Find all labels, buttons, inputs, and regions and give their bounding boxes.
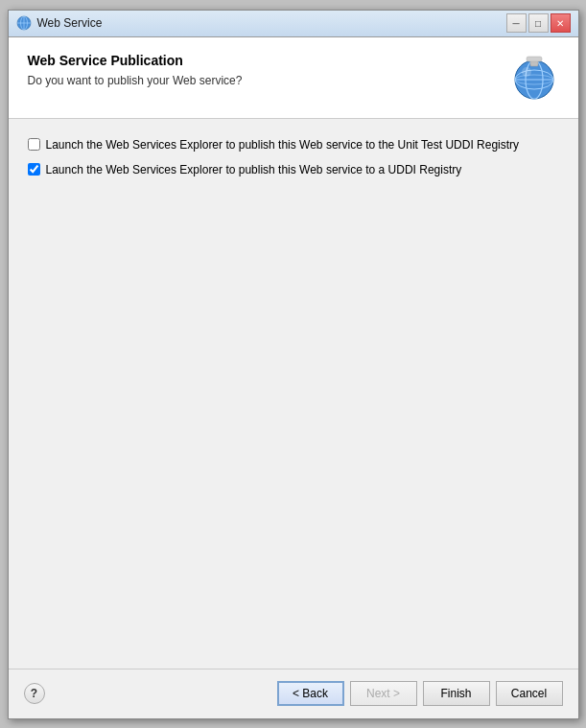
checkbox-row-uddi: Launch the Web Services Explorer to publ…	[28, 163, 559, 176]
main-window: Web Service ─ □ ✕ Web Service Publicatio…	[8, 10, 579, 719]
header-text: Web Service Publication Do you want to p…	[28, 53, 500, 87]
main-section: Launch the Web Services Explorer to publ…	[9, 119, 578, 669]
minimize-button[interactable]: ─	[506, 13, 527, 33]
footer-buttons: < Back Next > Finish Cancel	[277, 681, 563, 706]
unit-test-uddi-checkbox[interactable]	[28, 138, 40, 151]
close-button[interactable]: ✕	[551, 13, 571, 33]
page-subtitle: Do you want to publish your Web service?	[28, 74, 500, 87]
footer-left: ?	[24, 683, 45, 704]
uddi-registry-label[interactable]: Launch the Web Services Explorer to publ…	[46, 163, 462, 176]
header-section: Web Service Publication Do you want to p…	[9, 37, 578, 119]
help-button[interactable]: ?	[24, 683, 45, 704]
window-title: Web Service	[37, 16, 506, 30]
uddi-registry-checkbox[interactable]	[28, 163, 40, 176]
finish-button[interactable]: Finish	[423, 681, 490, 706]
cancel-button[interactable]: Cancel	[496, 681, 563, 706]
globe-icon	[509, 53, 559, 103]
window-icon	[16, 15, 32, 31]
page-title: Web Service Publication	[28, 53, 500, 68]
footer: ? < Back Next > Finish Cancel	[9, 669, 578, 718]
unit-test-uddi-label[interactable]: Launch the Web Services Explorer to publ…	[46, 138, 520, 152]
back-button[interactable]: < Back	[277, 681, 344, 706]
svg-rect-10	[527, 57, 542, 61]
next-button[interactable]: Next >	[350, 681, 417, 706]
content-area: Web Service Publication Do you want to p…	[9, 37, 578, 669]
window-controls: ─ □ ✕	[506, 13, 571, 33]
checkbox-row-unit-test: Launch the Web Services Explorer to publ…	[28, 138, 559, 152]
maximize-button[interactable]: □	[528, 13, 549, 33]
svg-point-11	[522, 67, 531, 77]
title-bar: Web Service ─ □ ✕	[9, 11, 578, 37]
